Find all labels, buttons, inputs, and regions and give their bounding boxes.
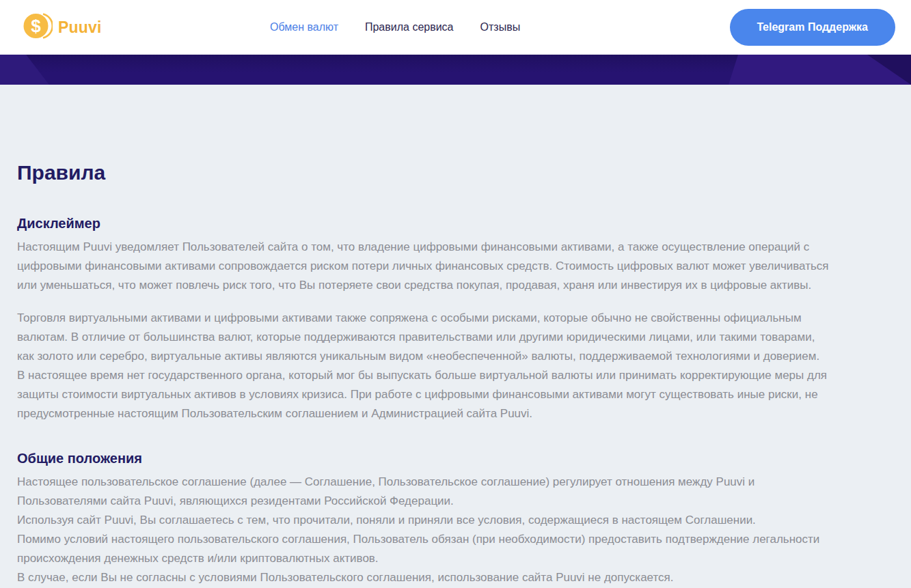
main-content: Правила Дисклеймер Настоящим Puuvi уведо… — [0, 85, 911, 587]
section-general-provisions: Общие положения Настоящее пользовательск… — [17, 451, 894, 587]
svg-text:$: $ — [31, 16, 41, 36]
paragraph: Торговля виртуальными активами и цифровы… — [17, 309, 830, 423]
nav-item-exchange[interactable]: Обмен валют — [270, 21, 338, 33]
nav-item-reviews[interactable]: Отзывы — [480, 21, 521, 33]
logo[interactable]: $ Puuvi — [23, 11, 102, 44]
section-disclaimer: Дисклеймер Настоящим Puuvi уведомляет По… — [17, 216, 894, 423]
paragraph: Помимо условий настоящего пользовательск… — [17, 530, 830, 568]
section-heading-general: Общие положения — [17, 451, 894, 466]
banner-shape-left — [0, 55, 49, 85]
nav-item-rules[interactable]: Правила сервиса — [365, 21, 454, 33]
telegram-support-button[interactable]: Telegram Поддержка — [730, 9, 895, 46]
paragraph: В случае, если Вы не согласны с условиям… — [17, 568, 830, 587]
section-heading-disclaimer: Дисклеймер — [17, 216, 894, 232]
page-title: Правила — [17, 161, 894, 184]
main-nav: Обмен валют Правила сервиса Отзывы — [270, 21, 561, 33]
paragraph: Настоящим Puuvi уведомляет Пользователей… — [17, 238, 830, 295]
paragraph: Используя сайт Puuvi, Вы соглашаетесь с … — [17, 511, 830, 530]
brand-name: Puuvi — [58, 18, 102, 37]
dollar-coin-icon: $ — [23, 11, 53, 44]
header: $ Puuvi Обмен валют Правила сервиса Отзы… — [0, 0, 911, 55]
hero-banner — [0, 55, 911, 85]
paragraph: Настоящее пользовательское соглашение (д… — [17, 473, 830, 511]
